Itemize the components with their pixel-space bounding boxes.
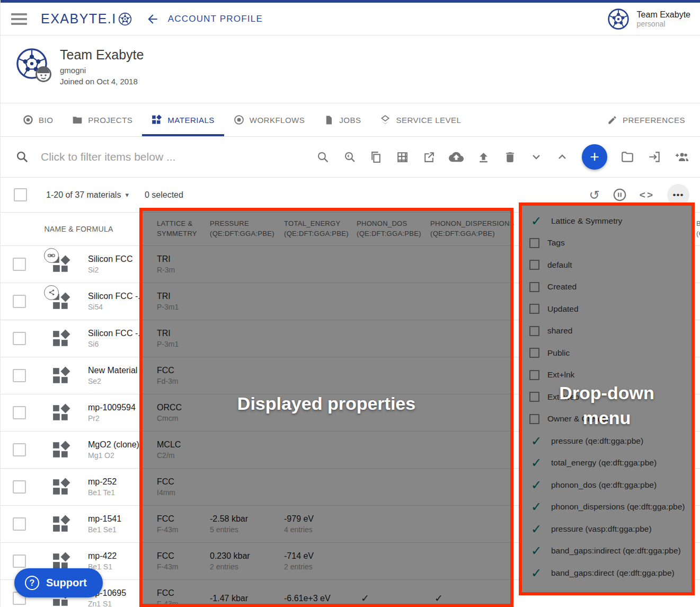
materials-icon	[152, 115, 162, 125]
question-icon: ?	[25, 576, 39, 590]
range-label: 1-20 of 37 materials	[46, 190, 121, 200]
pagination-range-dropdown[interactable]: 1-20 of 37 materials ▾	[46, 190, 129, 200]
profile-username: gmogni	[60, 66, 144, 75]
exabyte-logo[interactable]: EXABYTE.I	[41, 11, 132, 27]
row-checkbox[interactable]	[13, 406, 26, 419]
chevron-up-icon[interactable]	[556, 151, 569, 163]
material-icon	[52, 329, 71, 348]
select-all-checkbox[interactable]	[14, 188, 27, 201]
copy-icon[interactable]	[369, 151, 383, 164]
tab-jobs[interactable]: JOBS	[314, 103, 370, 136]
material-icon	[52, 441, 71, 460]
toolbar-icons: +	[316, 144, 689, 170]
exit-to-app-icon[interactable]	[648, 150, 661, 164]
tab-workflows[interactable]: WORKFLOWS	[224, 103, 315, 136]
plus-icon: +	[590, 148, 599, 166]
tab-label: WORKFLOWS	[250, 116, 305, 125]
more-horiz-icon: •••	[673, 190, 684, 200]
user-avatar	[607, 8, 630, 30]
tab-label: SERVICE LEVEL	[396, 116, 461, 125]
workflows-icon	[234, 115, 244, 125]
open-in-new-icon[interactable]	[422, 151, 436, 164]
user-plan: personal	[637, 20, 690, 28]
delete-icon[interactable]	[503, 151, 517, 164]
user-name: Team Exabyte	[637, 10, 690, 20]
code-icon[interactable]: <>	[640, 189, 654, 201]
upload-icon[interactable]	[477, 151, 490, 164]
group-add-icon[interactable]	[675, 149, 689, 164]
dropdown-menu-label: Drop-down menu	[522, 381, 692, 430]
row-checkbox[interactable]	[13, 555, 26, 568]
displayed-properties-annotation-box: Displayed properties	[139, 208, 513, 607]
back-arrow-icon[interactable]	[146, 12, 160, 26]
tab-projects[interactable]: PROJECTS	[63, 103, 142, 136]
header-band-gaps-clipped[interactable]: BA(Q	[696, 219, 700, 239]
tab-label: JOBS	[339, 116, 361, 125]
tab-bio[interactable]: BIO	[13, 103, 63, 136]
tab-preferences[interactable]: PREFERENCES	[598, 103, 687, 136]
header-name-formula[interactable]: NAME & FORMULA	[1, 224, 157, 234]
folder-outline-icon[interactable]	[621, 150, 634, 164]
share-badge	[44, 285, 59, 300]
hamburger-menu-icon[interactable]	[11, 13, 27, 25]
tab-service-level[interactable]: SERVICE LEVEL	[370, 103, 471, 136]
restore-icon[interactable]: ↺	[589, 189, 600, 201]
tabs-spacer	[471, 103, 598, 136]
folder-icon	[72, 115, 83, 125]
face-badge-icon	[36, 66, 51, 82]
material-icon	[52, 403, 71, 423]
logo-ball-icon	[118, 12, 132, 26]
search-icon	[15, 150, 29, 164]
pause-circle-icon[interactable]	[613, 188, 627, 202]
account-profile-page: EXABYTE.I ACCOUNT PROFILE	[0, 0, 700, 607]
row-checkbox[interactable]	[13, 443, 26, 456]
app-bar: EXABYTE.I ACCOUNT PROFILE	[1, 3, 700, 36]
material-icon	[52, 515, 71, 534]
search-action-icon[interactable]	[316, 151, 330, 164]
logo-text: EXABYTE.I	[41, 11, 117, 27]
row-checkbox[interactable]	[13, 480, 26, 494]
filter-input[interactable]	[41, 151, 263, 163]
caret-down-icon: ▾	[125, 191, 129, 199]
bio-icon	[23, 115, 33, 125]
material-icon	[52, 366, 71, 385]
dropdown-menu-annotation-box: Drop-down menu	[519, 203, 695, 595]
row-checkbox[interactable]	[13, 332, 26, 345]
jobs-icon	[324, 115, 334, 125]
row-checkbox[interactable]	[13, 295, 26, 308]
selected-count: 0 selected	[145, 190, 183, 200]
row-checkbox[interactable]	[13, 517, 26, 531]
profile-avatar	[15, 47, 48, 80]
displayed-properties-label: Displayed properties	[143, 391, 510, 416]
material-icon	[52, 478, 71, 497]
tab-label: PREFERENCES	[623, 116, 685, 125]
profile-tabs: BIO PROJECTS MATERIALS WORKFLOWS JOBS SE…	[1, 103, 700, 137]
search-history-icon[interactable]	[343, 151, 356, 164]
add-material-button[interactable]: +	[582, 144, 607, 170]
profile-name: Team Exabyte	[60, 47, 144, 63]
cloud-upload-icon[interactable]	[449, 149, 464, 164]
tab-materials[interactable]: MATERIALS	[142, 103, 224, 136]
filter-toolbar: +	[1, 137, 700, 178]
link-badge	[44, 248, 59, 263]
profile-section: Team Exabyte gmogni Joined on Oct 4, 201…	[1, 36, 700, 103]
support-button[interactable]: ? Support	[14, 568, 103, 597]
tab-label: MATERIALS	[167, 116, 214, 125]
grid-view-icon[interactable]	[396, 151, 409, 164]
profile-joined-date: Joined on Oct 4, 2018	[60, 77, 144, 86]
row-checkbox[interactable]	[13, 258, 26, 271]
chevron-down-icon[interactable]	[530, 151, 543, 163]
tab-label: PROJECTS	[88, 116, 132, 125]
pencil-icon	[607, 115, 617, 125]
service-level-icon	[380, 115, 391, 125]
support-label: Support	[46, 577, 87, 589]
account-menu[interactable]: Team Exabyte personal	[607, 8, 690, 30]
tab-label: BIO	[39, 116, 53, 125]
page-title: ACCOUNT PROFILE	[168, 14, 263, 24]
row-checkbox[interactable]	[13, 369, 26, 382]
